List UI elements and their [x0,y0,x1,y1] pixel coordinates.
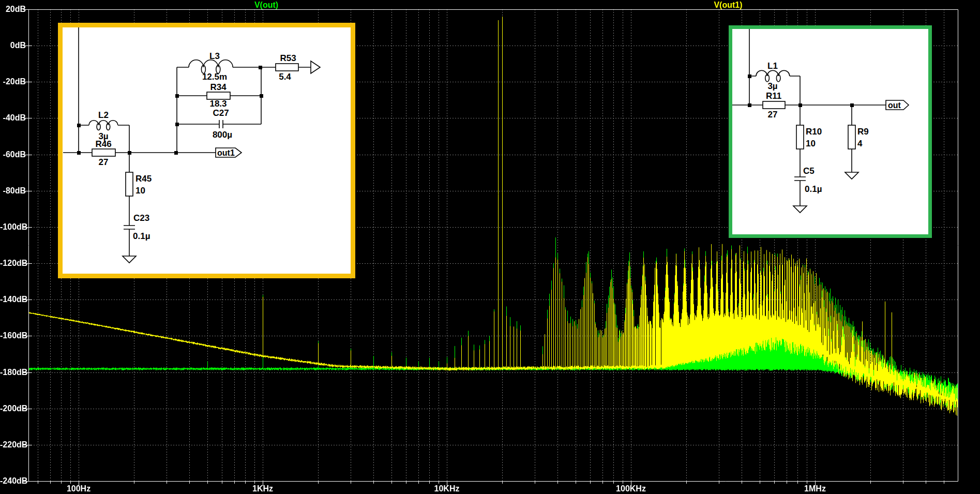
label-R10: R10 [806,127,822,137]
y-tick-label: 0dB [0,41,26,50]
value-R9: 4 [857,139,863,148]
label-L3: L3 [209,51,220,61]
ground-icon [845,172,858,179]
label-R11: R11 [766,91,781,101]
resistor-R53: R53 5.4 [276,53,320,82]
resistor-R10: R10 10 [796,125,822,149]
label-R9: R9 [857,127,869,137]
schematic-inset-left: L2 3µ R46 27 L3 12.5m R53 5.4 [58,23,355,278]
label-C27: C27 [213,108,229,118]
trace-label-vout[interactable]: V(out) [243,1,290,10]
label-L1: L1 [767,61,778,71]
port-flag-out: out [886,100,909,110]
y-tick-label: -80dB [0,186,26,196]
value-C23: 0.1µ [133,231,150,241]
y-tick-label: -100dB [0,222,26,232]
y-tick-label: -180dB [0,368,26,377]
label-R53: R53 [280,53,296,63]
resistor-R11: R11 27 [763,91,785,119]
resistor-R34: R34 18.3 [207,82,230,109]
wire [732,29,886,206]
x-tick-label: 1MHz [792,484,838,493]
port-label-out: out [888,101,901,110]
y-tick-label: -240dB [0,476,26,486]
port-label-out1: out1 [217,148,235,157]
y-tick-label: 20dB [0,5,26,14]
x-tick-label: 100Hz [55,484,102,493]
value-L1: 3µ [767,81,777,91]
value-R53: 5.4 [279,72,291,82]
label-C5: C5 [803,166,815,176]
y-tick-label: -140dB [0,295,26,304]
resistor-R45: R45 10 [126,172,152,196]
y-tick-label: -60dB [0,150,26,159]
label-R34: R34 [210,82,227,92]
label-L2: L2 [98,110,109,120]
trace-label-vout1[interactable]: V(out1) [705,1,751,10]
label-R46: R46 [95,139,111,149]
output-arrow-icon [311,61,320,73]
inductor-L1: L1 3µ [756,61,790,91]
value-R10: 10 [806,139,816,148]
value-R11: 27 [768,110,778,119]
value-C5: 0.1µ [805,184,822,194]
value-R34: 18.3 [209,99,227,109]
port-flag-out1: out1 [216,148,242,157]
y-tick-label: -160dB [0,331,26,340]
label-R45: R45 [135,174,152,184]
y-tick-label: -20dB [0,77,26,86]
label-C23: C23 [133,213,149,223]
schematic-inset-right: L1 3µ R11 27 R10 10 C5 0.1µ [729,25,932,238]
ground-icon [793,206,807,213]
capacitor-C23: C23 0.1µ [124,213,150,241]
value-R45: 10 [135,186,145,196]
x-tick-label: 1KHz [239,484,286,493]
capacitor-C5: C5 0.1µ [794,166,822,194]
inductor-L3: L3 12.5m [189,51,233,82]
x-tick-label: 10KHz [424,484,470,493]
resistor-R46: R46 27 [92,139,115,167]
inductor-L2: L2 3µ [89,110,118,141]
y-tick-label: -40dB [0,113,26,123]
y-tick-label: -220dB [0,440,26,450]
value-R46: 27 [99,157,109,167]
y-tick-label: -200dB [0,404,26,413]
y-tick-label: -120dB [0,259,26,268]
ground-icon [123,256,136,263]
x-tick-label: 100KHz [608,484,654,493]
value-C27: 800µ [213,130,232,140]
schematic-right-svg: L1 3µ R11 27 R10 10 C5 0.1µ [732,29,928,234]
schematic-left-svg: L2 3µ R46 27 L3 12.5m R53 5.4 [63,27,351,274]
value-L3: 12.5m [202,72,227,82]
resistor-R9: R9 4 [848,125,869,149]
ltspice-fft-window: V(out) V(out1) 20dB0dB-20dB-40dB-60dB-80… [0,0,980,494]
